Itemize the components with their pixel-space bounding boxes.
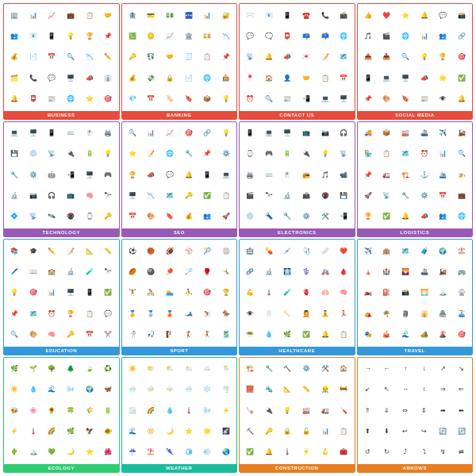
icon-sport-17: 🏆 <box>217 283 235 303</box>
icon-weather-18: 🌊 <box>124 421 142 441</box>
icon-weather-23: 🌠 <box>217 421 235 441</box>
icon-seo-14: 💬 <box>161 165 179 185</box>
icon-business-22: 📣 <box>80 68 98 88</box>
icon-electronics-1: 💻 <box>260 124 278 144</box>
icon-logistics-14: 🏗️ <box>397 165 415 185</box>
icon-ecology-20: 🌈 <box>43 421 61 441</box>
icon-sport-14: 🏊 <box>161 283 179 303</box>
icon-sport-11: 🤸 <box>217 262 235 282</box>
icon-education-6: 🖊️ <box>6 262 24 282</box>
icon-weather-11: 🌪️ <box>217 380 235 400</box>
icon-business-21: 🖥️ <box>62 68 80 88</box>
icon-social-6: 🎵 <box>359 26 378 46</box>
icon-business-13: 📄 <box>25 48 43 67</box>
icon-healthcare-10: 🚑 <box>316 262 334 282</box>
icon-electronics-24: 💿 <box>241 207 259 227</box>
icon-ecology-7: 💧 <box>25 380 43 400</box>
icon-banking-29: 💡 <box>217 89 235 109</box>
category-label-logistics: LOGISTICS <box>358 228 473 236</box>
icon-sport-29: 🎽 <box>217 324 235 344</box>
icon-travel-8: 🌄 <box>397 262 415 282</box>
category-label-technology: TECHNOLOGY <box>4 228 119 236</box>
icon-travel-9: 🚢 <box>415 262 433 282</box>
icon-electronics-29: 📲 <box>335 207 353 227</box>
category-card-electronics: 📱💻🖥️📺📷🎧⌚🎮🔋🔌💡📡🖨️⌨️🖱️📻🎵📹🎬🔭🔬📠🖲️💾💿🔦🔧⚙️🛠️📲ELE… <box>239 121 355 238</box>
icon-sport-25: 🎣 <box>142 324 160 344</box>
icon-construction-16: 🚛 <box>316 401 334 420</box>
icon-ecology-26: 💚 <box>43 443 61 463</box>
icon-travel-2: 🗺️ <box>397 241 415 261</box>
icon-business-2: 📈 <box>43 6 61 25</box>
icon-weather-27: 🧊 <box>179 443 198 463</box>
icon-banking-28: 📦 <box>198 89 217 109</box>
icon-weather-7: ⛈️ <box>142 380 160 400</box>
icon-contact-7: 🗨️ <box>260 26 278 46</box>
icon-sport-0: ⚽ <box>124 241 142 261</box>
icon-construction-18: ⛏️ <box>241 421 259 441</box>
icon-weather-25: ⛱️ <box>142 443 160 463</box>
icon-travel-11: 🚌 <box>452 262 470 282</box>
icon-ecology-17: 🔋 <box>99 401 117 420</box>
icon-social-2: ⭐ <box>397 6 415 25</box>
category-card-travel: ✈️🏨🗺️🧳🌍🏖️🗼🏰🌄🚢🚂🚌🏍️⛽📸🌅🏔️🎡⛺🌴🗿🕌🏯🚠🎭🎪🌊🏕️🌋🎯TRAV… <box>357 239 474 355</box>
icon-construction-29: 🧰 <box>335 443 353 463</box>
icon-seo-22: ✅ <box>198 186 217 205</box>
icon-seo-1: 📊 <box>142 124 160 144</box>
icon-banking-16: 📋 <box>198 48 217 67</box>
icon-ecology-12: 🐝 <box>6 401 24 420</box>
icon-weather-24: ☔ <box>124 443 142 463</box>
category-label-ecology: ECOLOGY <box>4 464 119 472</box>
category-label-contact: CONTACT US <box>240 111 355 119</box>
icon-healthcare-11: 🩸 <box>335 262 353 282</box>
icon-contact-0: ✉️ <box>241 6 259 25</box>
icon-education-26: 🧠 <box>43 324 61 344</box>
icons-area-education: 📚🎓✏️📝📐📏🖊️📖🏫🔬🧪🔭💡🎯📊🖥️📱✅📌🗺️⏰🏆📋💬🔍🎨🧠🔑📅✂️ <box>4 240 119 347</box>
icon-arrows-28: ↯ <box>434 443 452 463</box>
icon-education-10: 🧪 <box>80 262 98 282</box>
icon-technology-26: 🛰️ <box>43 207 61 227</box>
icon-sport-5: 🏐 <box>217 241 235 261</box>
icon-arrows-25: ↻ <box>378 443 396 463</box>
icon-weather-8: 🌩️ <box>161 380 179 400</box>
icon-seo-13: 📣 <box>142 165 160 185</box>
icon-social-4: 💬 <box>434 6 452 25</box>
icon-travel-10: 🚂 <box>434 262 452 282</box>
icon-technology-3: ⌨️ <box>62 124 80 144</box>
icon-business-5: 🤝 <box>99 6 117 25</box>
icon-electronics-20: 🔬 <box>278 186 297 205</box>
icon-ecology-21: 🌿 <box>62 421 80 441</box>
icon-contact-18: 📍 <box>241 68 259 88</box>
icon-healthcare-18: 👁️ <box>241 304 259 324</box>
icon-banking-24: 💎 <box>124 89 142 109</box>
icons-grid-travel: ✈️🏨🗺️🧳🌍🏖️🗼🏰🌄🚢🚂🚌🏍️⛽📸🌅🏔️🎡⛺🌴🗿🕌🏯🚠🎭🎪🌊🏕️🌋🎯 <box>359 241 471 345</box>
icon-banking-11: 📉 <box>217 26 235 46</box>
icon-logistics-2: 🏭 <box>397 124 415 144</box>
icon-seo-2: 📈 <box>161 124 179 144</box>
icon-arrows-21: ↪ <box>415 421 433 441</box>
icon-healthcare-27: ✅ <box>298 324 316 344</box>
icon-electronics-2: 🖥️ <box>278 124 297 144</box>
icon-travel-13: ⛽ <box>378 283 396 303</box>
icon-electronics-0: 📱 <box>241 124 259 144</box>
icons-grid-healthcare: 🏥💊💉🩺🩹❤️🧬🔬🩻⚕️🚑🩸💪🌡️🧪🫀🫁🧠👁️🦷🦴💆🧘🏃🥗💧🌿✅🔔📋 <box>241 241 353 345</box>
icons-area-travel: ✈️🏨🗺️🧳🌍🏖️🗼🏰🌄🚢🚂🚌🏍️⛽📸🌅🏔️🎡⛺🌴🗿🕌🏯🚠🎭🎪🌊🏕️🌋🎯 <box>358 240 473 347</box>
icon-contact-16: 📝 <box>316 48 334 67</box>
icon-contact-23: 📅 <box>335 68 353 88</box>
icon-contact-13: 🔔 <box>260 48 278 67</box>
icon-business-11: 📌 <box>99 26 117 46</box>
icon-weather-4: ☁️ <box>198 359 217 379</box>
icon-logistics-9: ⏰ <box>415 144 433 164</box>
icon-healthcare-19: 🦷 <box>260 304 278 324</box>
icon-travel-14: 📸 <box>397 283 415 303</box>
icon-sport-15: ⛹️ <box>179 283 198 303</box>
icon-logistics-18: 🚀 <box>359 186 378 205</box>
icons-grid-business: 🏢📊📈💼📋🤝👥📧📱💡🏆📌💰📄📅🔍📉✏️🗂️📞💬🖥️📣👔🔔📮📰🌐⭐🎯 <box>6 6 117 109</box>
icon-arrows-17: ⬅ <box>452 401 470 420</box>
icon-logistics-11: 🔍 <box>452 144 470 164</box>
icon-sport-12: 🏋️ <box>124 283 142 303</box>
icon-sport-26: 🧗 <box>161 324 179 344</box>
icon-travel-4: 🌍 <box>434 241 452 261</box>
icon-business-7: 📧 <box>25 26 43 46</box>
icon-technology-20: 🎧 <box>43 186 61 205</box>
icon-social-20: 🖥️ <box>397 68 415 88</box>
